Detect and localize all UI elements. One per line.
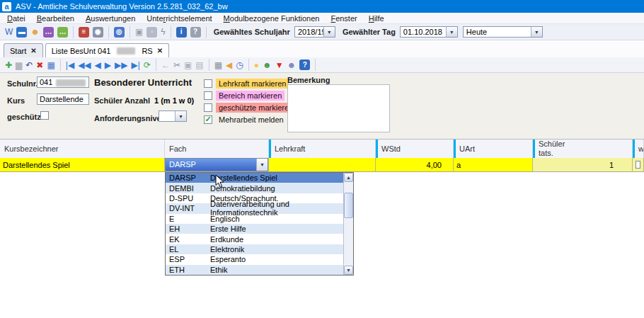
tag-combobox[interactable]: 01.10.2018 ▾ — [400, 26, 458, 38]
checkbox-lehrkraft-markieren[interactable]: Lehrkraft markieren — [204, 77, 296, 89]
save-icon[interactable]: ▆ — [16, 61, 22, 69]
checkbox-mehrarbeit-melden[interactable]: ✓Mehrarbeit melden — [204, 113, 296, 125]
tab-start[interactable]: Start✕ — [4, 43, 43, 57]
copy-icon[interactable]: ▣ — [184, 61, 192, 69]
fach-option-esp[interactable]: ESPEsperanto — [166, 254, 343, 264]
scrollbar-thumb[interactable] — [344, 193, 353, 218]
tab-liste-besunt-041[interactable]: Liste BesUnt 041RS✕ — [45, 43, 169, 57]
monitor-icon[interactable]: ▬ — [16, 27, 27, 38]
help-circle-icon[interactable]: ? — [299, 59, 310, 70]
nav-last-icon[interactable]: ▶| — [132, 61, 140, 69]
nav-next-icon[interactable]: ▶ — [105, 61, 111, 69]
checkbox-gesch-tzte-markieren[interactable]: geschützte markieren — [204, 101, 296, 113]
snapshot-icon[interactable]: ◉ — [93, 27, 103, 38]
tab-close-icon[interactable]: ✕ — [157, 47, 163, 55]
fach-option-label: Demokratiebildung — [210, 184, 275, 193]
fach-option-el[interactable]: ELElektronik — [166, 244, 343, 254]
new-record-icon[interactable]: ✚ — [5, 61, 12, 69]
anforderungsniveau-combobox[interactable]: ▾ — [159, 110, 187, 122]
filter-icon[interactable]: ▼ — [275, 61, 284, 69]
menu-item-bearbeiten[interactable]: Bearbeiten — [31, 13, 80, 23]
help-icon[interactable]: ? — [190, 27, 201, 38]
menu-item-datei[interactable]: Datei — [1, 13, 31, 23]
clock-icon[interactable]: ◷ — [236, 61, 243, 69]
cell-kursbezeichner[interactable]: Darstellendes Spiel — [0, 158, 165, 172]
table-row[interactable]: Darstellendes SpielDARSP▾4,00a1 — [0, 158, 644, 172]
menu-item-unterrichtselement[interactable]: Unterrichtselement — [141, 13, 217, 23]
menu-item-hilfe[interactable]: Hilfe — [363, 13, 390, 23]
fach-option-darsp[interactable]: DARSPDarstellendes Spiel — [166, 173, 343, 183]
checkbox-box[interactable]: ✓ — [204, 115, 212, 124]
nav-fast-next-icon[interactable]: ▶▶ — [115, 61, 127, 69]
cell-wstd[interactable]: 4,00 — [376, 158, 454, 172]
copy-pages-icon[interactable]: ▣ — [135, 28, 143, 36]
toolbar-group: ▣▫ϟ — [130, 26, 171, 38]
undo-icon[interactable]: ↶ — [25, 61, 33, 69]
menu-item-modulbezogene-funktionen[interactable]: Modulbezogene Funktionen — [218, 13, 326, 23]
cell-lehrkraft[interactable] — [269, 158, 376, 172]
globe-icon[interactable]: ◎ — [114, 27, 125, 38]
cell-uart[interactable]: a — [454, 158, 533, 172]
user-icon[interactable]: ☻ — [263, 61, 272, 69]
edit-form-icon[interactable]: ▦ — [47, 61, 54, 69]
nav-fast-prev-icon[interactable]: ◀◀ — [78, 61, 91, 69]
info-icon[interactable]: i — [176, 27, 187, 38]
chat-green-icon[interactable]: … — [57, 27, 68, 38]
chevron-down-icon[interactable]: ▾ — [323, 27, 335, 37]
schuljahr-combobox[interactable]: 2018/19 ▾ — [294, 26, 335, 38]
cell-schueler-tats[interactable]: 1 — [533, 158, 633, 172]
chevron-down-icon[interactable]: ▾ — [531, 27, 542, 37]
main-toolbar-icons: W▬☻……≡◉◎▣▫ϟi? — [0, 26, 207, 38]
chevron-down-icon[interactable]: ▾ — [446, 27, 457, 37]
delete-icon[interactable]: ✖ — [36, 61, 43, 69]
checkbox-bereich-markieren[interactable]: Bereich markieren — [204, 89, 296, 101]
w-checkbox[interactable] — [636, 161, 640, 169]
new-window-icon[interactable]: ▫ — [146, 27, 157, 38]
lightning-icon[interactable]: ϟ — [161, 28, 165, 36]
schulnr-field[interactable]: 041 — [37, 76, 89, 88]
menu-item-auswertungen[interactable]: Auswertungen — [80, 13, 141, 23]
paste-icon[interactable]: ▤ — [195, 61, 203, 69]
bemerkung-textarea[interactable] — [287, 84, 390, 132]
checkbox-box[interactable] — [204, 91, 212, 100]
table-header: KursbezeichnerFachLehrkraftWStdUArtSchül… — [0, 139, 644, 158]
checkbox-box[interactable] — [204, 103, 212, 112]
fach-option-dv-int[interactable]: DV-INTDatenverarbeitung und Informations… — [166, 203, 343, 213]
form-panel: Schulnr. 041 Kurs Darstellende geschützt… — [0, 73, 644, 139]
chevron-down-icon[interactable]: ▾ — [256, 159, 268, 171]
print-icon[interactable]: ▦ — [214, 61, 222, 69]
fach-option-ek[interactable]: EKErdkunde — [166, 234, 343, 244]
geschuetzt-checkbox[interactable] — [40, 111, 49, 120]
textmodule-icon[interactable]: W — [5, 28, 13, 36]
scroll-up-icon[interactable]: ▲ — [344, 173, 353, 182]
cut-icon[interactable]: ✂ — [173, 61, 180, 69]
fach-combobox[interactable]: DARSP▾ — [165, 158, 268, 171]
bemerkung-label: Bemerkung — [287, 76, 330, 84]
nav-prev-icon[interactable]: ◀ — [95, 61, 101, 69]
tab-close-icon[interactable]: ✕ — [30, 47, 36, 55]
toolbar-group: ◎ — [109, 26, 130, 38]
cell-w[interactable] — [633, 158, 644, 172]
refresh-icon[interactable]: ⟳ — [144, 61, 151, 69]
people-group-icon[interactable]: ☻ — [30, 28, 40, 36]
fach-option-eh[interactable]: EHErste Hilfe — [166, 224, 343, 234]
announce-horn-icon[interactable]: ◀ — [226, 61, 232, 69]
nav-first-icon[interactable]: |◀ — [66, 61, 74, 69]
kurs-field[interactable]: Darstellende — [37, 93, 89, 105]
cell-fach[interactable]: DARSP▾ — [165, 158, 269, 172]
fach-option-eth[interactable]: ETHEthik — [166, 265, 343, 275]
dropdown-scrollbar[interactable]: ▲ ▼ — [343, 173, 353, 275]
book-icon[interactable]: ≡ — [79, 27, 89, 38]
checkbox-box[interactable] — [204, 79, 212, 88]
fach-option-dembi[interactable]: DEMBIDemokratiebildung — [166, 183, 343, 193]
scroll-down-icon[interactable]: ▼ — [344, 266, 353, 275]
chevron-down-icon[interactable]: ▾ — [175, 111, 186, 121]
tag-value: 01.10.2018 — [401, 27, 446, 37]
user-chat-icon[interactable]: ☻ — [287, 61, 297, 69]
chat-purple-icon[interactable]: … — [43, 27, 54, 38]
zeitraum-combobox[interactable]: Heute ▾ — [463, 26, 543, 38]
lightbulb-icon[interactable]: ● — [254, 61, 259, 69]
menu-item-fenster[interactable]: Fenster — [325, 13, 362, 23]
fach-option-label: Erdkunde — [210, 235, 243, 244]
back-arrow-icon[interactable]: ← — [161, 61, 170, 69]
